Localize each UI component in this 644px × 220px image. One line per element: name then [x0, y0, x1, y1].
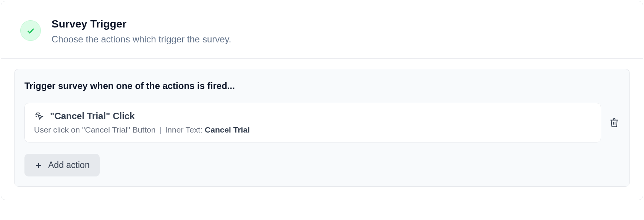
- delete-action-button[interactable]: [609, 117, 620, 128]
- header-subtitle: Choose the actions which trigger the sur…: [52, 34, 231, 45]
- add-action-button[interactable]: Add action: [24, 154, 100, 176]
- inner-text-value: Cancel Trial: [205, 125, 250, 134]
- desc-divider: |: [159, 125, 161, 134]
- action-card[interactable]: "Cancel Trial" Click User click on "Canc…: [24, 103, 601, 142]
- trash-icon: [609, 118, 619, 128]
- trigger-section-title: Trigger survey when one of the actions i…: [24, 81, 620, 91]
- trigger-box: Trigger survey when one of the actions i…: [14, 69, 630, 187]
- survey-trigger-panel: Survey Trigger Choose the actions which …: [1, 1, 643, 200]
- cursor-click-icon: [34, 111, 45, 121]
- add-action-label: Add action: [48, 160, 90, 170]
- svg-line-4: [36, 116, 37, 117]
- svg-line-2: [36, 113, 37, 113]
- action-title: "Cancel Trial" Click: [50, 111, 135, 121]
- panel-body: Trigger survey when one of the actions i…: [1, 59, 643, 200]
- action-description: User click on "Cancel Trial" Button | In…: [34, 125, 592, 134]
- check-icon: [26, 26, 35, 35]
- svg-line-3: [39, 113, 40, 113]
- action-row: "Cancel Trial" Click User click on "Canc…: [24, 103, 620, 142]
- header-text: Survey Trigger Choose the actions which …: [52, 18, 231, 45]
- plus-icon: [34, 161, 43, 170]
- action-desc-prefix: User click on "Cancel Trial" Button: [34, 125, 155, 134]
- header-title: Survey Trigger: [52, 18, 231, 30]
- action-card-title-row: "Cancel Trial" Click: [34, 111, 592, 121]
- check-badge: [20, 20, 41, 41]
- panel-header: Survey Trigger Choose the actions which …: [1, 1, 643, 59]
- inner-text-label: Inner Text:: [165, 125, 203, 134]
